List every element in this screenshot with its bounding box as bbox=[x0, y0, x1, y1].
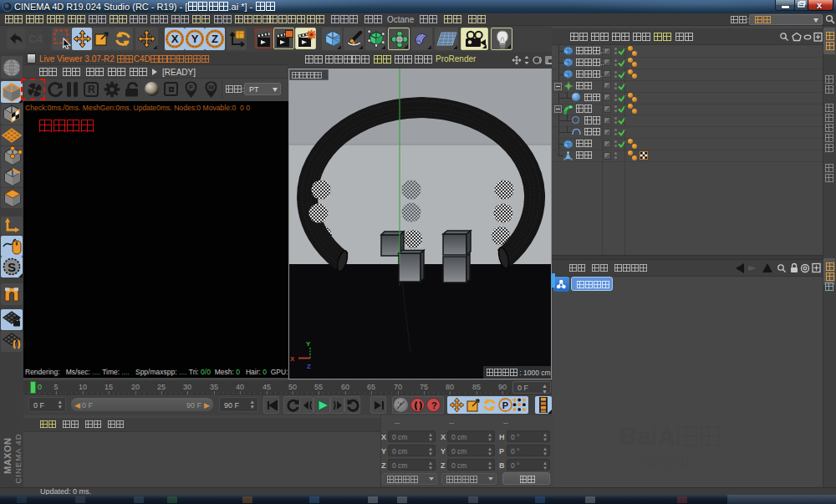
svg-text:Y: Y bbox=[191, 33, 199, 45]
svg-text:S: S bbox=[8, 260, 16, 274]
svg-text:Z: Z bbox=[307, 363, 311, 370]
svg-text:X: X bbox=[290, 355, 295, 363]
svg-text:M: M bbox=[208, 84, 214, 91]
svg-text:X: X bbox=[171, 33, 179, 45]
svg-text:F: F bbox=[189, 84, 193, 91]
svg-text:Z: Z bbox=[212, 33, 218, 45]
svg-text:P: P bbox=[502, 400, 508, 410]
svg-text:Y: Y bbox=[306, 340, 311, 348]
